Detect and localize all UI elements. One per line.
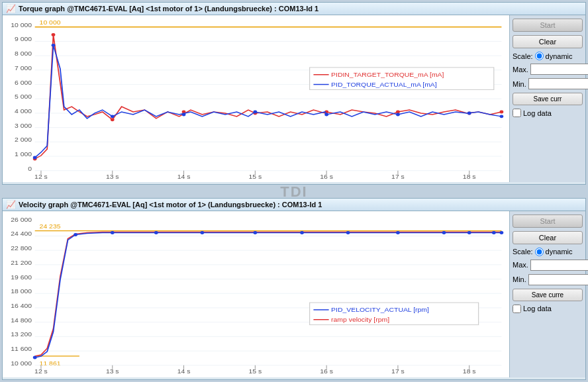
velocity-max-row: Max. [513, 260, 583, 271]
svg-text:0: 0 [28, 165, 32, 171]
watermark-text: TDI [280, 183, 307, 201]
svg-text:11 600: 11 600 [11, 345, 32, 352]
svg-point-108 [442, 231, 446, 234]
svg-text:24 235: 24 235 [40, 222, 61, 229]
svg-point-48 [111, 115, 115, 118]
velocity-content: 26 000 24 400 22 800 21 200 19 600 18 00… [3, 211, 585, 378]
svg-text:10 000: 10 000 [11, 22, 32, 28]
svg-text:26 000: 26 000 [11, 216, 32, 222]
torque-scale-row: Scale: dynamic [513, 52, 583, 60]
svg-text:16 400: 16 400 [11, 302, 32, 309]
velocity-panel: 📈 Velocity graph @TMC4671-EVAL [Aq] <1st… [2, 198, 586, 381]
svg-text:1 000: 1 000 [15, 151, 32, 158]
velocity-min-input[interactable] [528, 274, 588, 285]
svg-text:13 200: 13 200 [11, 331, 32, 338]
torque-sidebar: Start Clear Scale: dynamic Max. Min. Sav… [509, 15, 585, 182]
svg-text:21 200: 21 200 [11, 259, 32, 265]
svg-point-54 [500, 115, 504, 118]
velocity-scale-radio[interactable] [535, 248, 544, 256]
app-container: 📈 Torque graph @TMC4671-EVAL [Aq] <1st m… [0, 0, 588, 382]
svg-text:14 800: 14 800 [11, 316, 32, 323]
svg-text:11 861: 11 861 [40, 359, 61, 366]
svg-point-50 [253, 111, 257, 114]
torque-title-bar: 📈 Torque graph @TMC4671-EVAL [Aq] <1st m… [3, 3, 585, 15]
svg-point-100 [74, 233, 77, 236]
svg-text:22 800: 22 800 [11, 244, 32, 251]
svg-point-51 [324, 113, 328, 116]
svg-text:3 000: 3 000 [15, 122, 32, 128]
velocity-sidebar: Start Clear Scale: dynamic Max. Min. Sav… [509, 211, 585, 378]
velocity-scale-value: dynamic [546, 248, 573, 256]
torque-min-input[interactable] [528, 78, 588, 89]
torque-chart-icon: 📈 [6, 4, 16, 13]
torque-save-button[interactable]: Save curr [513, 93, 583, 105]
svg-point-104 [253, 231, 257, 234]
torque-title: Torque graph @TMC4671-EVAL [Aq] <1st mot… [19, 5, 318, 13]
svg-text:9 000: 9 000 [15, 36, 32, 42]
svg-text:18 000: 18 000 [11, 288, 32, 295]
velocity-clear-button[interactable]: Clear [513, 231, 583, 244]
svg-point-105 [300, 231, 304, 234]
torque-chart: 10 000 9 000 8 000 7 000 6 000 5 000 4 0… [3, 15, 509, 182]
svg-text:PID_TORQUE_ACTUAL_mA [mA]: PID_TORQUE_ACTUAL_mA [mA] [331, 81, 437, 87]
svg-point-49 [182, 113, 186, 116]
velocity-log-row: Log data [513, 305, 583, 313]
torque-clear-button[interactable]: Clear [513, 35, 583, 48]
svg-text:PID_VELOCITY_ACTUAL [rpm]: PID_VELOCITY_ACTUAL [rpm] [331, 306, 429, 312]
svg-point-45 [500, 111, 504, 114]
svg-point-47 [52, 44, 56, 47]
velocity-scale-row: Scale: dynamic [513, 248, 583, 256]
svg-point-46 [33, 156, 37, 160]
svg-point-102 [154, 231, 158, 234]
svg-point-107 [396, 231, 400, 234]
torque-log-label: Log data [523, 109, 552, 117]
svg-text:24 400: 24 400 [11, 230, 32, 237]
svg-point-103 [200, 231, 204, 234]
velocity-min-label: Min. [513, 275, 526, 283]
velocity-log-checkbox[interactable] [513, 305, 521, 313]
svg-point-52 [396, 113, 400, 116]
torque-min-row: Min. [513, 78, 583, 89]
torque-max-label: Max. [513, 66, 528, 73]
svg-point-99 [33, 356, 37, 359]
svg-text:5 000: 5 000 [15, 93, 32, 100]
torque-log-checkbox[interactable] [513, 109, 521, 117]
svg-text:19 600: 19 600 [11, 273, 32, 280]
torque-min-label: Min. [513, 80, 526, 88]
torque-log-row: Log data [513, 109, 583, 117]
svg-point-39 [111, 118, 115, 121]
svg-text:7 000: 7 000 [15, 65, 32, 72]
svg-text:6 000: 6 000 [15, 79, 32, 85]
torque-content: 10 000 9 000 8 000 7 000 6 000 5 000 4 0… [3, 15, 585, 182]
watermark-area: TDI [0, 186, 588, 198]
torque-max-input[interactable] [530, 64, 588, 75]
velocity-save-button[interactable]: Save curre [513, 289, 583, 301]
velocity-title: Velocity graph @TMC4671-EVAL [Aq] <1st m… [19, 201, 322, 209]
svg-text:4 000: 4 000 [15, 108, 32, 115]
torque-scale-value: dynamic [546, 52, 573, 60]
svg-point-109 [467, 231, 471, 234]
svg-text:8 000: 8 000 [15, 50, 32, 57]
svg-text:2 000: 2 000 [15, 136, 32, 143]
svg-point-111 [500, 231, 504, 234]
torque-panel: 📈 Torque graph @TMC4671-EVAL [Aq] <1st m… [2, 2, 586, 185]
svg-text:ramp velocity [rpm]: ramp velocity [rpm] [331, 316, 389, 322]
velocity-chart: 26 000 24 400 22 800 21 200 19 600 18 00… [3, 211, 509, 378]
torque-max-row: Max. [513, 64, 583, 75]
svg-text:10 000: 10 000 [11, 359, 32, 366]
svg-point-110 [492, 231, 496, 234]
svg-point-38 [52, 33, 56, 36]
torque-start-button[interactable]: Start [513, 19, 583, 32]
velocity-chart-icon: 📈 [6, 200, 16, 209]
svg-point-106 [346, 231, 350, 234]
svg-point-53 [467, 111, 471, 115]
velocity-scale-label: Scale: [513, 248, 533, 256]
torque-scale-radio[interactable] [535, 52, 544, 60]
velocity-start-button[interactable]: Start [513, 215, 583, 228]
velocity-max-input[interactable] [530, 260, 588, 271]
velocity-max-label: Max. [513, 261, 528, 269]
svg-text:PIDIN_TARGET_TORQUE_mA [mA]: PIDIN_TARGET_TORQUE_mA [mA] [331, 71, 444, 77]
velocity-log-label: Log data [523, 305, 552, 312]
svg-text:10 000: 10 000 [40, 19, 61, 26]
torque-scale-label: Scale: [513, 52, 533, 60]
